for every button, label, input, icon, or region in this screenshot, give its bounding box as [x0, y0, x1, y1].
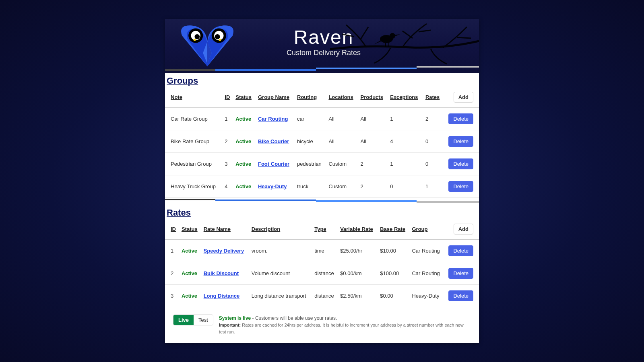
groups-col-products[interactable]: Products: [358, 86, 388, 108]
cell-routing: truck: [295, 175, 326, 198]
cell-locations: All: [326, 130, 358, 153]
important-text: Rates are cached for 24hrs per address. …: [219, 323, 464, 334]
cell-type: distance: [312, 262, 338, 285]
rates-col-type[interactable]: Type: [312, 218, 338, 240]
footer-text: System is live - Customers will be able …: [219, 315, 471, 335]
groups-table: NoteIDStatusGroup NameRoutingLocationsPr…: [165, 86, 479, 198]
live-test-toggle[interactable]: Live Test: [173, 315, 213, 325]
cell-note: Bike Rate Group: [165, 130, 222, 153]
cell-rates: 2: [423, 108, 444, 130]
groups-col-id[interactable]: ID: [222, 86, 233, 108]
status-badge: Active: [235, 183, 251, 189]
group-name-link[interactable]: Car Routing: [258, 116, 288, 122]
groups-heading: Groups: [165, 73, 479, 86]
status-badge: Active: [182, 270, 197, 276]
rate-name-link[interactable]: Speedy Delivery: [204, 248, 244, 254]
cell-base: $100.00: [378, 262, 409, 285]
cell-variable: $2.50/km: [338, 285, 378, 307]
add-rate-button[interactable]: Add: [454, 224, 473, 234]
raven-branch-icon: [330, 19, 479, 67]
footer: Live Test System is live - Customers wil…: [165, 307, 479, 343]
cell-rates: 1: [423, 175, 444, 198]
cell-group: Heavy-Duty: [409, 285, 444, 307]
app-panel: Raven Custom Delivery Rates G: [165, 19, 479, 343]
cell-id: 4: [222, 175, 233, 198]
rates-col-id[interactable]: ID: [165, 218, 179, 240]
groups-col-status[interactable]: Status: [233, 86, 256, 108]
groups-col-rates[interactable]: Rates: [423, 86, 444, 108]
cell-base: $0.00: [378, 285, 409, 307]
header-divider: [165, 64, 479, 71]
svg-point-6: [194, 39, 196, 41]
add-group-button[interactable]: Add: [454, 92, 473, 103]
groups-col-routing[interactable]: Routing: [295, 86, 326, 108]
cell-type: time: [312, 240, 338, 262]
cell-rates: 0: [423, 130, 444, 153]
svg-point-4: [195, 34, 200, 39]
cell-id: 1: [222, 108, 233, 130]
cell-rates: 0: [423, 153, 444, 175]
cell-id: 2: [165, 262, 179, 285]
status-badge: Active: [235, 161, 251, 167]
cell-routing: car: [295, 108, 326, 130]
cell-desc: Volume discount: [249, 262, 312, 285]
cell-products: 2: [358, 175, 388, 198]
cell-exceptions: 1: [388, 108, 423, 130]
rate-name-link[interactable]: Long Distance: [204, 293, 240, 299]
table-row: Car Rate Group1ActiveCar RoutingcarAllAl…: [165, 108, 479, 130]
cell-locations: Custom: [326, 175, 358, 198]
cell-type: distance: [312, 285, 338, 307]
cell-note: Heavy Truck Group: [165, 175, 222, 198]
rates-col-base-rate[interactable]: Base Rate: [378, 218, 409, 240]
rates-col-group[interactable]: Group: [409, 218, 444, 240]
cell-exceptions: 0: [388, 175, 423, 198]
cell-id: 1: [165, 240, 179, 262]
delete-button[interactable]: Delete: [448, 113, 473, 124]
rates-col-description[interactable]: Description: [249, 218, 312, 240]
cell-group: Car Routing: [409, 240, 444, 262]
rates-col-rate-name[interactable]: Rate Name: [201, 218, 249, 240]
delete-button[interactable]: Delete: [448, 268, 473, 279]
cell-id: 3: [165, 285, 179, 307]
group-name-link[interactable]: Bike Courier: [258, 138, 289, 144]
header-banner: Raven Custom Delivery Rates: [165, 19, 479, 73]
cell-locations: Custom: [326, 153, 358, 175]
rates-col-variable-rate[interactable]: Variable Rate: [338, 218, 378, 240]
delete-button[interactable]: Delete: [448, 136, 473, 147]
section-divider: [165, 198, 479, 205]
svg-point-5: [215, 34, 220, 39]
status-badge: Active: [182, 293, 197, 299]
cell-products: All: [358, 108, 388, 130]
group-name-link[interactable]: Foot Courier: [258, 161, 289, 167]
delete-button[interactable]: Delete: [448, 290, 473, 301]
cell-base: $10.00: [378, 240, 409, 262]
cell-id: 2: [222, 130, 233, 153]
cell-products: All: [358, 130, 388, 153]
system-status-sub: - Customers will be able use your rates.: [251, 315, 337, 321]
cell-group: Car Routing: [409, 262, 444, 285]
rates-col-status[interactable]: Status: [179, 218, 201, 240]
groups-col-note[interactable]: Note: [165, 86, 222, 108]
group-name-link[interactable]: Heavy-Duty: [258, 183, 287, 189]
toggle-test[interactable]: Test: [194, 315, 213, 325]
svg-point-9: [390, 33, 395, 39]
cell-routing: bicycle: [295, 130, 326, 153]
owl-logo-icon: [171, 21, 244, 69]
cell-routing: pedestrian: [295, 153, 326, 175]
status-badge: Active: [235, 116, 251, 122]
groups-col-exceptions[interactable]: Exceptions: [388, 86, 423, 108]
delete-button[interactable]: Delete: [448, 245, 473, 256]
rate-name-link[interactable]: Bulk Discount: [204, 270, 239, 276]
status-badge: Active: [235, 138, 251, 144]
toggle-live[interactable]: Live: [173, 315, 194, 325]
table-row: 2ActiveBulk DiscountVolume discountdista…: [165, 262, 479, 285]
groups-col-locations[interactable]: Locations: [326, 86, 358, 108]
svg-point-7: [219, 39, 221, 41]
important-label: Important:: [219, 323, 241, 327]
groups-col-group-name[interactable]: Group Name: [256, 86, 295, 108]
status-badge: Active: [182, 248, 197, 254]
cell-desc: Long distance transport: [249, 285, 312, 307]
delete-button[interactable]: Delete: [448, 181, 473, 192]
delete-button[interactable]: Delete: [448, 158, 473, 169]
table-row: 3ActiveLong DistanceLong distance transp…: [165, 285, 479, 307]
